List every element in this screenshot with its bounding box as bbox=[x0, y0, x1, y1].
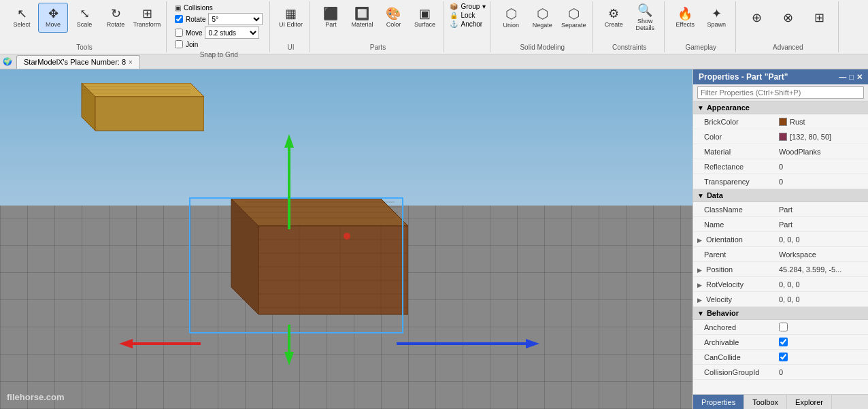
rotvelocity-prop-name: ▶ RotVelocity bbox=[693, 279, 775, 290]
part-button[interactable]: ⬛ Part bbox=[316, 3, 346, 33]
properties-title: Properties - Part "Part" bbox=[699, 72, 788, 82]
separate-button[interactable]: ⬡ Separate bbox=[558, 3, 588, 33]
join-checkbox[interactable] bbox=[175, 40, 183, 48]
advanced-btn1[interactable]: ⊕ bbox=[741, 3, 771, 33]
advanced-btn3[interactable]: ⊞ bbox=[804, 3, 834, 33]
transform-button[interactable]: ⊞ Transform bbox=[132, 3, 162, 33]
appearance-section-header[interactable]: ▼ Appearance bbox=[693, 101, 868, 114]
material-icon: 🔲 bbox=[354, 7, 369, 20]
properties-tab[interactable]: Properties bbox=[693, 395, 744, 409]
orientation-value: 0, 0, 0 bbox=[775, 234, 868, 245]
gameplay-row: 🔥 Effects ✦ Spawn bbox=[670, 3, 731, 33]
snap-section: ▣ Collisions Rotate 5° 10° 45° 90° Move … bbox=[172, 3, 265, 50]
gameplay-group: 🔥 Effects ✦ Spawn Gameplay bbox=[666, 1, 736, 52]
archivable-prop-name: Archivable bbox=[693, 337, 775, 348]
transform-icon: ⊞ bbox=[142, 7, 152, 20]
tab-title: StarModelX's Place Number: 8 bbox=[24, 58, 126, 66]
rotvelocity-expand: ▶ bbox=[697, 282, 702, 289]
green-arrow-up bbox=[284, 134, 294, 231]
tab-close[interactable]: × bbox=[129, 59, 133, 66]
color-icon: 🎨 bbox=[386, 7, 401, 20]
cancollide-row: CanCollide bbox=[693, 350, 868, 365]
behavior-section-header[interactable]: ▼ Behavior bbox=[693, 307, 868, 320]
transparency-row: Transparency 0 bbox=[693, 174, 868, 189]
velocity-expand: ▶ bbox=[697, 297, 702, 304]
color-name: Color bbox=[693, 131, 775, 142]
ui-editor-button[interactable]: ▦ UI Editor bbox=[276, 3, 305, 33]
tools-group: ↖ Select ✥ Move ⤡ Scale ↻ Rotate ⊞ Trans… bbox=[3, 1, 167, 52]
anchored-prop-name: Anchored bbox=[693, 322, 775, 333]
behavior-label: Behavior bbox=[707, 309, 739, 317]
effects-icon: 🔥 bbox=[678, 7, 692, 20]
tools-row: ↖ Select ✥ Move ⤡ Scale ↻ Rotate ⊞ Trans… bbox=[7, 3, 162, 33]
bottom-tabs: Properties Toolbox Explorer bbox=[693, 394, 868, 409]
data-section-header[interactable]: ▼ Data bbox=[693, 189, 868, 202]
spawn-button[interactable]: ✦ Spawn bbox=[701, 3, 731, 33]
minimize-icon[interactable]: — bbox=[839, 73, 846, 82]
surface-button[interactable]: ▣ Surface bbox=[410, 3, 439, 33]
solid-modeling-group: ⬡ Union ⬡ Negate ⬡ Separate Solid Modeli… bbox=[492, 1, 593, 52]
collisiongroupid-value: 0 bbox=[775, 367, 868, 378]
svg-marker-26 bbox=[284, 352, 294, 365]
collisions-icon: ▣ bbox=[175, 4, 181, 12]
archivable-checkbox[interactable] bbox=[779, 338, 788, 346]
color-button[interactable]: 🎨 Color bbox=[378, 3, 408, 33]
rotate-icon: ↻ bbox=[111, 7, 121, 20]
advanced-label: Advanced bbox=[773, 42, 803, 51]
parent-value: Workspace bbox=[775, 249, 868, 260]
ui-group-label: UI bbox=[287, 42, 294, 51]
collisiongroupid-row: CollisionGroupId 0 bbox=[693, 365, 868, 380]
reflectance-value: 0 bbox=[775, 161, 868, 172]
cancollide-prop-name: CanCollide bbox=[693, 352, 775, 363]
create-icon: ⚙ bbox=[608, 7, 619, 20]
svg-rect-28 bbox=[133, 342, 201, 345]
group-label: Group bbox=[461, 3, 480, 10]
orientation-expand: ▶ bbox=[697, 237, 702, 244]
scale-button[interactable]: ⤡ Scale bbox=[69, 3, 99, 33]
svg-marker-27 bbox=[119, 339, 133, 348]
scale-icon: ⤡ bbox=[80, 7, 90, 20]
cancollide-checkbox[interactable] bbox=[779, 353, 788, 361]
rotate-checkbox[interactable] bbox=[175, 15, 183, 23]
rotate-snap-select[interactable]: 5° 10° 45° 90° bbox=[208, 13, 263, 25]
advanced-icon2: ⊗ bbox=[783, 12, 793, 24]
place-icon: 🌍 bbox=[3, 57, 12, 66]
advanced-btn2[interactable]: ⊗ bbox=[773, 3, 803, 33]
filter-input[interactable] bbox=[697, 86, 864, 99]
lock-label: Lock bbox=[461, 12, 475, 19]
move-snap-select[interactable]: 0.2 studs 1 stud 2 studs bbox=[205, 27, 259, 39]
data-arrow: ▼ bbox=[697, 192, 704, 199]
svg-marker-23 bbox=[284, 134, 294, 148]
material-prop-name: Material bbox=[693, 146, 775, 157]
anchored-row: Anchored bbox=[693, 320, 868, 335]
maximize-icon[interactable]: □ bbox=[849, 73, 854, 82]
svg-rect-29 bbox=[397, 342, 526, 345]
move-button[interactable]: ✥ Move bbox=[38, 3, 68, 33]
close-panel-icon[interactable]: ✕ bbox=[856, 73, 863, 82]
green-arrow-down bbox=[284, 325, 294, 367]
svg-rect-25 bbox=[288, 325, 290, 355]
show-details-button[interactable]: 🔍 Show Details bbox=[630, 3, 660, 33]
rotate-button[interactable]: ↻ Rotate bbox=[101, 3, 131, 33]
position-expand: ▶ bbox=[697, 267, 702, 274]
reflectance-row: Reflectance 0 bbox=[693, 159, 868, 174]
explorer-tab[interactable]: Explorer bbox=[787, 395, 832, 409]
anchor-icon: ⚓ bbox=[450, 20, 458, 28]
material-button[interactable]: 🔲 Material bbox=[347, 3, 377, 33]
select-button[interactable]: ↖ Select bbox=[7, 3, 37, 33]
classname-prop-name: ClassName bbox=[693, 204, 775, 215]
position-value: 45.284, 3.599, -5... bbox=[775, 264, 868, 275]
separate-icon: ⬡ bbox=[568, 7, 580, 20]
effects-button[interactable]: 🔥 Effects bbox=[670, 3, 700, 33]
main-tab[interactable]: StarModelX's Place Number: 8 × bbox=[16, 55, 140, 69]
anchored-checkbox[interactable] bbox=[779, 323, 788, 331]
lock-row: 🔒 Lock bbox=[450, 12, 486, 19]
move-checkbox[interactable] bbox=[175, 29, 183, 37]
viewport[interactable]: filehorse.com bbox=[0, 69, 692, 409]
toolbox-tab[interactable]: Toolbox bbox=[744, 395, 787, 409]
brickcolor-swatch bbox=[779, 118, 787, 126]
create-button[interactable]: ⚙ Create bbox=[599, 3, 629, 33]
negate-button[interactable]: ⬡ Negate bbox=[527, 3, 557, 33]
rotvelocity-row: ▶ RotVelocity 0, 0, 0 bbox=[693, 277, 868, 292]
union-button[interactable]: ⬡ Union bbox=[496, 3, 526, 33]
